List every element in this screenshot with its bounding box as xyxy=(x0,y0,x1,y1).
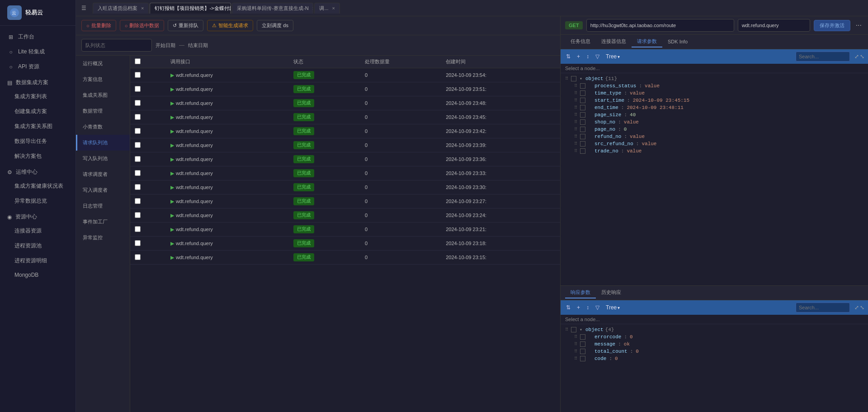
menu-event-factory[interactable]: 事件加工厂 xyxy=(76,214,130,230)
row-checkbox-11[interactable] xyxy=(135,226,141,232)
tab-history-response[interactable]: 历史响应 xyxy=(596,287,627,298)
drag-handle[interactable]: ⠿ xyxy=(573,349,578,354)
json-row-checkbox[interactable] xyxy=(580,83,585,89)
sidebar-group-resources[interactable]: ◉ 资源中心 xyxy=(0,208,75,223)
sidebar-item-solution-package[interactable]: 解决方案包 xyxy=(0,149,75,164)
json-row-checkbox[interactable] xyxy=(571,76,576,81)
expand-icon[interactable]: ▾ xyxy=(578,76,584,81)
json-tree-row[interactable]: ⠿ refund_no : value xyxy=(561,133,868,140)
resp-json-search-input[interactable] xyxy=(796,303,850,313)
requeue-btn[interactable]: ↺ 重新排队 xyxy=(168,20,203,31)
sidebar-item-export-task[interactable]: 数据导出任务 xyxy=(0,134,75,149)
url-input[interactable] xyxy=(586,19,734,32)
json-tree-row[interactable]: ⠿ page_no : 0 xyxy=(561,126,868,133)
json-row-checkbox[interactable] xyxy=(580,134,585,139)
row-checkbox-13[interactable] xyxy=(135,254,141,260)
json-row-checkbox[interactable] xyxy=(580,349,585,354)
menu-relations[interactable]: 集成关系图 xyxy=(76,87,130,103)
sidebar-item-create-solution[interactable]: 创建集成方案 xyxy=(0,104,75,119)
select-all-checkbox[interactable] xyxy=(135,58,141,64)
drag-handle[interactable]: ⠿ xyxy=(573,83,578,89)
json-row-checkbox[interactable] xyxy=(580,356,585,361)
resp-filter-sort-icon[interactable]: ↕ xyxy=(585,303,591,312)
json-tree-row[interactable]: ⠿ errorcode : 0 xyxy=(561,333,868,341)
json-row-checkbox[interactable] xyxy=(580,334,585,340)
json-row-checkbox[interactable] xyxy=(580,141,585,147)
expand-all-icon[interactable]: ⤢ xyxy=(854,53,859,60)
collapse-all-icon[interactable]: ⤡ xyxy=(860,53,864,60)
json-tree-row[interactable]: ⠿ total_count : 0 xyxy=(561,348,868,355)
sidebar-item-process-detail[interactable]: 进程资源明细 xyxy=(0,253,75,268)
row-checkbox-3[interactable] xyxy=(135,114,141,120)
tree-label[interactable]: Tree ▾ xyxy=(604,53,622,60)
drag-handle[interactable]: ⠿ xyxy=(573,127,578,132)
menu-request-scheduler[interactable]: 请求调度者 xyxy=(76,166,130,182)
json-tree-row[interactable]: ⠿ shop_no : value xyxy=(561,118,868,126)
delete-selected-btn[interactable]: ○ 删除选中数据 xyxy=(120,20,165,31)
json-row-checkbox[interactable] xyxy=(580,127,585,132)
json-row-checkbox[interactable] xyxy=(580,98,585,103)
json-row-checkbox[interactable] xyxy=(580,105,585,110)
tab-response-params[interactable]: 响应参数 xyxy=(565,287,596,298)
sidebar-item-lite[interactable]: ○ Lite 轻集成 xyxy=(0,44,75,59)
sidebar-item-solution-relation[interactable]: 集成方案关系图 xyxy=(0,119,75,134)
json-tree-row[interactable]: ⠿ code : 0 xyxy=(561,355,868,362)
json-tree-row[interactable]: ⠿▾object {11} xyxy=(561,75,868,82)
menu-log-mgmt[interactable]: 日志管理 xyxy=(76,198,130,214)
drag-handle[interactable]: ⠿ xyxy=(573,112,578,118)
filter-sort-icon[interactable]: ↕ xyxy=(585,52,591,61)
drag-handle[interactable]: ⠿ xyxy=(573,341,578,347)
resp-sort-icon[interactable]: ⇅ xyxy=(564,303,572,312)
sidebar-item-health[interactable]: 集成方案健康状况表 xyxy=(0,179,75,194)
drag-handle[interactable]: ⠿ xyxy=(573,356,578,361)
row-checkbox-2[interactable] xyxy=(135,100,141,106)
smart-generate-btn[interactable]: ⚠ 智能生成请求 xyxy=(207,20,253,31)
menu-xiao-qing[interactable]: 小青查数 xyxy=(76,119,130,135)
sidebar-item-workbench[interactable]: ⊞ 工作台 xyxy=(0,29,75,44)
tab-1-close[interactable]: × xyxy=(141,5,144,11)
tab-3-close[interactable]: × xyxy=(312,5,314,11)
batch-delete-btn[interactable]: ○ 批量删除 xyxy=(81,20,116,31)
queue-status-filter[interactable] xyxy=(81,39,152,52)
tab-4[interactable]: 调... × xyxy=(314,3,340,14)
json-row-checkbox[interactable] xyxy=(580,90,585,96)
json-row-checkbox[interactable] xyxy=(580,148,585,154)
resp-collapse-all-icon[interactable]: ⤡ xyxy=(860,304,864,311)
menu-write-pool[interactable]: 写入队列池 xyxy=(76,151,130,166)
json-tree-row[interactable]: ⠿▾object {4} xyxy=(561,326,868,333)
row-checkbox-10[interactable] xyxy=(135,212,141,218)
drag-handle[interactable]: ⠿ xyxy=(573,141,578,147)
drag-handle[interactable]: ⠿ xyxy=(573,105,578,110)
row-checkbox-0[interactable] xyxy=(135,72,141,78)
sidebar-item-mongodb[interactable]: MongoDB xyxy=(0,268,75,282)
tab-3[interactable]: 采购退料单回传-赛意直接生成-N × xyxy=(232,3,313,14)
row-checkbox-8[interactable] xyxy=(135,184,141,190)
endpoint-input[interactable] xyxy=(738,19,810,32)
drag-handle[interactable]: ⠿ xyxy=(573,119,578,125)
row-checkbox-4[interactable] xyxy=(135,128,141,134)
more-options-btn[interactable]: ··· xyxy=(854,20,863,30)
row-checkbox-5[interactable] xyxy=(135,142,141,148)
tab-sdk-info[interactable]: SDK Info xyxy=(662,37,693,47)
schedule-btn[interactable]: 立刻调度 ds xyxy=(257,20,293,31)
menu-overview[interactable]: 运行概况 xyxy=(76,56,130,71)
save-activate-btn[interactable]: 保存并激活 xyxy=(814,20,850,31)
tab-1[interactable]: 入旺店通货品档案 × xyxy=(93,3,149,14)
expand-icon[interactable]: ▾ xyxy=(578,327,584,332)
drag-handle[interactable]: ⠿ xyxy=(573,134,578,139)
menu-abnormal-monitor[interactable]: 异常监控 xyxy=(76,230,130,246)
tab-request-params[interactable]: 请求参数 xyxy=(632,36,662,47)
row-checkbox-7[interactable] xyxy=(135,170,141,176)
sidebar-item-connector-resource[interactable]: 连接器资源 xyxy=(0,223,75,238)
json-tree-row[interactable]: ⠿ process_status : value xyxy=(561,82,868,90)
menu-write-scheduler[interactable]: 写入调度者 xyxy=(76,182,130,198)
sidebar-item-abnormal[interactable]: 异常数据总览 xyxy=(0,194,75,208)
row-checkbox-12[interactable] xyxy=(135,240,141,246)
sidebar-item-solution-list[interactable]: 集成方案列表 xyxy=(0,89,75,104)
sidebar-item-process-pool[interactable]: 进程资源池 xyxy=(0,238,75,253)
resp-tree-label[interactable]: Tree ▾ xyxy=(604,304,622,311)
drag-handle[interactable]: ⠿ xyxy=(573,148,578,154)
menu-info[interactable]: 方案信息 xyxy=(76,71,130,87)
sidebar-item-api[interactable]: ○ API 资源 xyxy=(0,59,75,74)
json-row-checkbox[interactable] xyxy=(580,119,585,125)
